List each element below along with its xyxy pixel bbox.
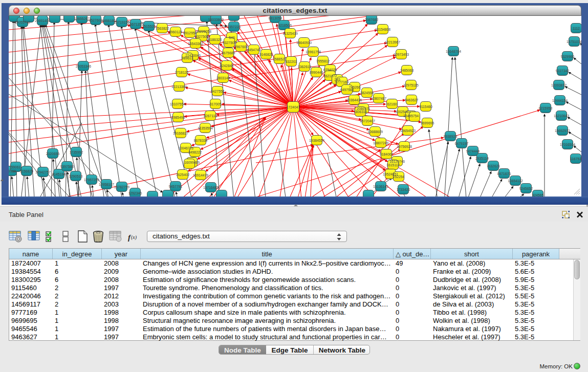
svg-text:1362615: 1362615 [298, 65, 312, 69]
svg-text:9457791: 9457791 [169, 185, 183, 188]
svg-text:19654923: 19654923 [400, 129, 416, 133]
svg-text:19756928: 19756928 [397, 145, 412, 148]
svg-text:1733426: 1733426 [397, 188, 410, 191]
svg-text:8454749: 8454749 [247, 48, 261, 52]
svg-text:8960124: 8960124 [169, 30, 183, 34]
svg-text:12942757: 12942757 [35, 170, 51, 174]
svg-text:6497568: 6497568 [340, 88, 354, 92]
svg-text:317005: 317005 [210, 102, 222, 106]
svg-text:17957255: 17957255 [84, 178, 99, 182]
svg-text:10025463: 10025463 [395, 110, 410, 114]
svg-text:8813054: 8813054 [269, 16, 282, 20]
svg-text:9699695: 9699695 [421, 121, 434, 125]
svg-text:9777169: 9777169 [335, 80, 349, 84]
svg-text:(x): (x) [131, 234, 137, 240]
svg-text:8678334: 8678334 [194, 139, 208, 142]
svg-text:18807249: 18807249 [373, 141, 388, 145]
svg-text:59061: 59061 [11, 165, 21, 169]
svg-text:13226058: 13226058 [196, 30, 211, 33]
svg-text:8912954: 8912954 [183, 31, 197, 35]
svg-text:14055712: 14055712 [15, 20, 30, 24]
svg-text:15720407: 15720407 [360, 119, 375, 123]
svg-text:2803144: 2803144 [216, 76, 230, 80]
svg-text:19384554: 19384554 [309, 139, 324, 142]
svg-text:10655267: 10655267 [74, 17, 90, 20]
svg-text:8990448: 8990448 [310, 71, 323, 74]
svg-text:2020655: 2020655 [46, 152, 60, 156]
svg-text:7563822: 7563822 [156, 27, 169, 30]
svg-text:7625402: 7625402 [176, 173, 190, 177]
svg-text:9474444: 9474444 [466, 149, 480, 153]
svg-text:9245652: 9245652 [519, 187, 533, 190]
svg-text:16099489: 16099489 [184, 161, 200, 164]
svg-text:16107554: 16107554 [170, 102, 185, 106]
svg-text:1156829: 1156829 [20, 169, 33, 173]
svg-text:1588520: 1588520 [273, 57, 287, 61]
svg-text:15716485: 15716485 [203, 186, 219, 189]
svg-text:7515526: 7515526 [142, 25, 156, 28]
svg-text:7485063: 7485063 [400, 69, 414, 72]
svg-text:116753: 116753 [570, 157, 581, 161]
svg-text:3498222: 3498222 [188, 150, 202, 154]
svg-text:16671355: 16671355 [128, 23, 143, 26]
svg-text:10973493: 10973493 [394, 53, 409, 56]
svg-text:1985493: 1985493 [171, 116, 185, 119]
svg-text:39159: 39159 [9, 169, 16, 173]
svg-text:1527602: 1527602 [89, 18, 103, 22]
svg-text:9327500: 9327500 [195, 35, 209, 38]
svg-text:2718126: 2718126 [175, 71, 189, 74]
svg-text:8427552: 8427552 [211, 90, 225, 93]
svg-text:9227342: 9227342 [556, 69, 570, 73]
svg-text:9115460: 9115460 [419, 105, 432, 108]
svg-text:2087682: 2087682 [365, 18, 379, 21]
svg-text:10046726: 10046726 [178, 146, 193, 150]
svg-text:8471676: 8471676 [497, 172, 511, 176]
svg-text:9329966: 9329966 [561, 55, 575, 58]
svg-text:12093872: 12093872 [551, 83, 567, 87]
svg-text:12444154: 12444154 [552, 99, 568, 102]
svg-text:6794028: 6794028 [323, 68, 337, 72]
svg-text:10719155: 10719155 [114, 20, 129, 24]
svg-text:1724047: 1724047 [287, 105, 300, 109]
svg-text:9242848: 9242848 [220, 64, 234, 68]
svg-text:12213369: 12213369 [171, 85, 187, 89]
svg-text:989613: 989613 [182, 56, 193, 60]
svg-text:8215958: 8215958 [539, 106, 553, 110]
svg-text:16914479: 16914479 [193, 173, 208, 177]
svg-text:1292346: 1292346 [128, 191, 142, 195]
svg-text:8938923: 8938923 [444, 135, 458, 138]
svg-text:1806311: 1806311 [354, 110, 367, 114]
svg-text:12213967: 12213967 [385, 40, 400, 44]
svg-text:20691406: 20691406 [35, 19, 50, 23]
svg-text:2935114: 2935114 [475, 157, 489, 160]
svg-text:1615112: 1615112 [386, 163, 400, 167]
svg-text:9397588: 9397588 [60, 165, 74, 168]
svg-text:832203: 832203 [286, 60, 297, 63]
svg-text:16782759: 16782759 [114, 185, 129, 189]
svg-text:15136141: 15136141 [373, 185, 388, 188]
svg-text:11353594: 11353594 [198, 126, 213, 130]
svg-text:16495754: 16495754 [403, 114, 419, 118]
svg-text:6479197: 6479197 [455, 142, 469, 145]
svg-text:7632621: 7632621 [487, 164, 500, 168]
svg-text:16543362: 16543362 [188, 42, 203, 46]
svg-text:9146821: 9146821 [259, 53, 273, 56]
svg-text:10688609: 10688609 [367, 130, 383, 134]
svg-text:252254: 252254 [393, 175, 405, 179]
svg-text:16961758: 16961758 [306, 50, 321, 54]
svg-text:16154808: 16154808 [375, 28, 390, 31]
svg-text:9327505: 9327505 [223, 41, 236, 45]
svg-text:15692971: 15692971 [555, 129, 570, 133]
svg-text:20364436: 20364436 [346, 98, 362, 102]
svg-text:16210643: 16210643 [554, 114, 569, 118]
svg-text:7955812: 7955812 [316, 59, 330, 63]
svg-text:16033809: 16033809 [208, 18, 224, 21]
svg-text:9463627: 9463627 [405, 98, 419, 102]
svg-text:15751074: 15751074 [567, 40, 581, 43]
svg-text:1112: 1112 [573, 27, 580, 30]
svg-text:18640910: 18640910 [296, 41, 312, 45]
svg-text:7357224: 7357224 [227, 25, 241, 29]
svg-text:62160: 62160 [387, 102, 397, 106]
svg-text:17016504: 17016504 [560, 143, 575, 146]
svg-text:2967608: 2967608 [234, 45, 248, 49]
